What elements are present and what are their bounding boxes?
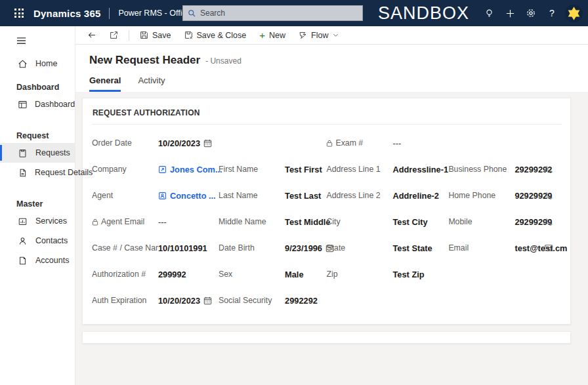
field-label: Agent	[92, 191, 158, 200]
field-value[interactable]: Test Last	[285, 191, 320, 201]
field-home-phone[interactable]: Home Phone92929929	[448, 182, 561, 209]
field-last-name[interactable]: Last NameTest Last	[219, 182, 326, 209]
field-city[interactable]: CityTest City	[326, 209, 448, 235]
phone-icon[interactable]	[545, 218, 555, 226]
field-value[interactable]: Test City	[392, 217, 427, 227]
field-state[interactable]: StateTest State	[326, 235, 448, 261]
field-social-security[interactable]: Social Security2992292	[219, 287, 326, 314]
request-details-icon	[18, 168, 28, 178]
section-card-empty	[82, 331, 571, 344]
field-value[interactable]: ---	[392, 138, 401, 148]
field-value[interactable]: 10/20/2023	[158, 138, 212, 148]
search-placeholder: Search	[200, 9, 225, 18]
popout-icon[interactable]	[104, 29, 123, 41]
add-plus-icon[interactable]	[499, 3, 520, 24]
calendar-icon[interactable]	[203, 296, 212, 305]
save-icon	[140, 31, 148, 39]
app-launcher-waffle-icon[interactable]	[14, 9, 24, 18]
field-case-case-name[interactable]: Case # / Case Name10/10101991	[92, 235, 219, 261]
sidebar-item-services[interactable]: Services	[0, 211, 75, 231]
field-value[interactable]: Test State	[392, 243, 432, 253]
field-agent-email[interactable]: Agent Email---	[92, 209, 219, 235]
field-value[interactable]: 2992292	[285, 296, 318, 306]
field-agent[interactable]: AgentConcetto ...	[92, 182, 219, 209]
brand-title[interactable]: Dynamics 365	[33, 8, 100, 19]
sidebar-item-accounts[interactable]: Accounts	[0, 251, 75, 270]
field-first-name[interactable]: First NameTest First	[219, 156, 326, 182]
field-value[interactable]: 10/10101991	[158, 243, 207, 253]
unsaved-status: - Unsaved	[205, 56, 242, 66]
lock-icon	[92, 218, 98, 226]
sidebar-nav: HomeDashboardDashboardRequestRequestsReq…	[0, 54, 75, 270]
field-value[interactable]: test@test.cm	[514, 243, 544, 253]
field-exam[interactable]: Exam #---	[326, 130, 448, 156]
field-email[interactable]: Emailtest@test.cm	[448, 235, 561, 261]
save-button[interactable]: Save	[135, 29, 177, 42]
field-label: Address Line 2	[326, 191, 392, 200]
field-auth-expiration[interactable]: Auth Expiration10/20/2023	[92, 287, 219, 314]
phone-icon[interactable]	[545, 165, 555, 174]
tab-general[interactable]: General	[89, 75, 121, 92]
field-value[interactable]: 9/23/1996	[285, 243, 320, 253]
field-order-date[interactable]: Order Date10/20/2023	[92, 130, 219, 156]
field-address-line-1[interactable]: Address Line 1Addressline-1	[326, 156, 448, 182]
sidebar-item-requests[interactable]: Requests	[0, 143, 75, 163]
field-zip[interactable]: ZipTest Zip	[326, 261, 448, 287]
field-value[interactable]: 299992	[158, 270, 186, 279]
sidebar-item-request-details[interactable]: Request Details	[0, 163, 75, 182]
global-search-input[interactable]: Search	[182, 5, 363, 21]
field-authorization[interactable]: Authorization #299992	[92, 261, 219, 287]
field-value[interactable]: Addressline-1	[392, 165, 442, 174]
field-label: Address Line 1	[326, 165, 392, 174]
save-and-close-button[interactable]: Save & Close	[179, 29, 252, 42]
sidebar-item-contacts[interactable]: Contacts	[0, 231, 75, 251]
field-value[interactable]: Test Middle	[285, 217, 320, 227]
accounts-icon	[18, 256, 28, 266]
form-tabs: GeneralActivity	[89, 75, 588, 92]
field-business-phone[interactable]: Business Phone29299292	[448, 156, 561, 182]
field-value[interactable]: 10/20/2023	[158, 296, 212, 306]
field-value[interactable]: Jones Com...	[158, 165, 212, 174]
field-value[interactable]: Test Zip	[392, 270, 424, 279]
field-label: Auth Expiration	[92, 296, 158, 305]
field-date-birth[interactable]: Date Birth9/23/1996	[219, 235, 326, 261]
back-button[interactable]	[82, 29, 102, 41]
hamburger-menu-icon[interactable]	[0, 31, 75, 50]
field-value[interactable]: Concetto ...	[158, 191, 212, 201]
field-address-line-2[interactable]: Address Line 2Addreline-2	[326, 182, 448, 209]
lightbulb-icon[interactable]	[478, 3, 499, 24]
settings-gear-icon[interactable]	[520, 3, 541, 24]
sidebar-item-home[interactable]: Home	[0, 54, 75, 73]
app-name[interactable]: Power RMS - Office	[118, 9, 190, 18]
new-button[interactable]: + New	[254, 28, 291, 42]
save-close-icon	[184, 31, 193, 39]
tab-activity[interactable]: Activity	[138, 75, 165, 92]
field-value[interactable]: Test First	[285, 165, 320, 174]
section-card-request-authorization: REQUEST AUTHORIZATION Order Date10/20/20…	[82, 98, 571, 325]
user-avatar[interactable]	[565, 5, 583, 22]
form-grid: Order Date10/20/2023CompanyJones Com...A…	[92, 130, 561, 314]
flow-button[interactable]: Flow	[293, 29, 345, 42]
environment-badge: SANDBOX	[378, 3, 469, 24]
calendar-icon[interactable]	[203, 139, 212, 148]
email-icon[interactable]	[544, 244, 555, 252]
field-value[interactable]: ---	[158, 217, 167, 227]
field-value[interactable]: Male	[285, 270, 303, 279]
field-sex[interactable]: SexMale	[219, 261, 326, 287]
sidebar-item-dashboard[interactable]: Dashboard	[0, 94, 75, 114]
help-icon[interactable]: ?	[541, 3, 562, 24]
field-value[interactable]: Addreline-2	[392, 191, 438, 201]
topbar-divider	[109, 8, 110, 19]
field-value[interactable]: 29299292	[514, 165, 545, 174]
field-mobile[interactable]: Mobile29299299	[448, 209, 561, 235]
field-company[interactable]: CompanyJones Com...	[92, 156, 219, 182]
field-label: Business Phone	[448, 165, 514, 174]
field-value[interactable]: 29299299	[514, 217, 545, 227]
field-label: Exam #	[326, 138, 392, 148]
field-label: Zip	[326, 270, 392, 279]
field-value[interactable]: 92929929	[514, 191, 545, 201]
sidebar-item-label: Accounts	[35, 256, 69, 265]
field-middle-name[interactable]: Middle NameTest Middle	[219, 209, 326, 235]
phone-icon[interactable]	[545, 192, 555, 200]
page-header: New Request Header - Unsaved GeneralActi…	[75, 45, 588, 92]
